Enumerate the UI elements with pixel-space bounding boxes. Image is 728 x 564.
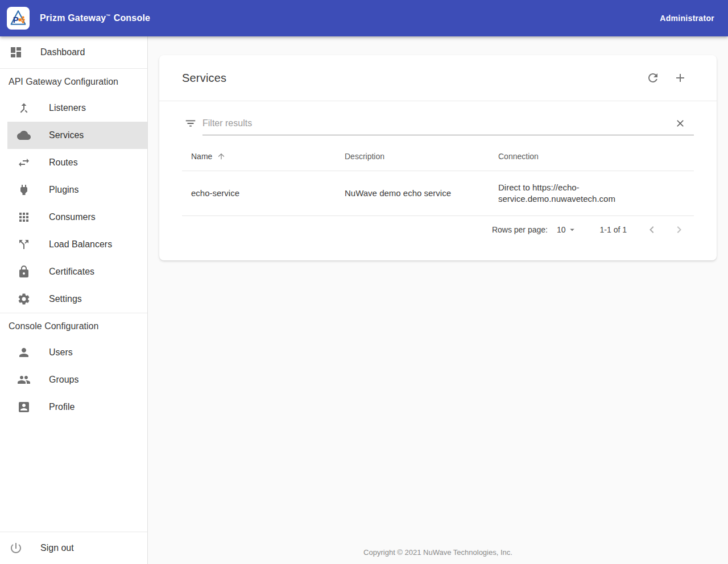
sidebar-item-label: Users (49, 347, 73, 358)
sidebar-item-label: Settings (49, 294, 82, 304)
gear-icon (17, 292, 31, 306)
sidebar-item-services[interactable]: Services (7, 122, 147, 149)
column-header-name[interactable]: Name (182, 142, 336, 171)
current-user-menu[interactable]: Administrator (660, 14, 714, 23)
power-plug-icon (17, 183, 31, 197)
app-title-console: Console (114, 13, 151, 23)
previous-page-button[interactable] (645, 223, 659, 237)
cell-name: echo-service (182, 171, 336, 215)
copyright: Copyright © 2021 NuWave Technologies, In… (148, 548, 728, 557)
dropdown-arrow-icon (567, 225, 577, 235)
refresh-button[interactable] (646, 71, 660, 85)
filter-row (184, 111, 694, 135)
power-icon (9, 541, 23, 555)
sidebar-item-consumers[interactable]: Consumers (0, 204, 147, 231)
section-api-gateway-configuration: API Gateway Configuration (0, 69, 147, 94)
sidebar-item-load-balancers[interactable]: Load Balancers (0, 231, 147, 258)
page-range-label: 1-1 of 1 (600, 225, 627, 234)
call-split-icon (17, 238, 31, 251)
dashboard-icon (9, 45, 23, 59)
table-row[interactable]: echo-service NuWave demo echo service Di… (182, 171, 694, 216)
sidebar-item-plugins[interactable]: Plugins (0, 176, 147, 204)
sidebar-item-label: Listeners (49, 103, 86, 113)
column-header-connection[interactable]: Connection (489, 142, 694, 171)
next-page-button[interactable] (672, 223, 686, 237)
rows-per-page-label: Rows per page: (492, 225, 548, 234)
table-header-row: Name Description Connection (182, 142, 694, 171)
sidebar-item-label: Groups (49, 375, 78, 385)
app-title-brand: Prizm Gateway (40, 13, 106, 23)
main-content: Services (148, 36, 728, 564)
services-table: Name Description Connection echo-service… (182, 142, 694, 216)
sidebar-item-certificates[interactable]: Certificates (0, 258, 147, 285)
chevron-right-icon (672, 223, 686, 237)
connection-text: Direct to https://echo-service.demo.nuwa… (498, 182, 635, 205)
sidebar-item-users[interactable]: Users (0, 339, 147, 366)
chevron-left-icon (645, 223, 659, 237)
plus-icon (673, 71, 687, 85)
sort-ascending-icon (217, 152, 226, 161)
section-console-configuration: Console Configuration (0, 313, 147, 339)
sidebar-item-label: Certificates (49, 267, 94, 277)
card-header: Services (159, 55, 717, 101)
column-header-description[interactable]: Description (336, 142, 489, 171)
sidebar-item-label: Services (49, 130, 84, 140)
app-title: Prizm Gateway™Console (40, 13, 150, 23)
sign-out-button[interactable]: Sign out (0, 532, 147, 564)
sidebar-item-profile[interactable]: Profile (0, 393, 147, 421)
sidebar-item-label: Plugins (49, 185, 78, 195)
sidebar-item-groups[interactable]: Groups (0, 366, 147, 393)
sidebar-item-label: Profile (49, 402, 75, 412)
app-header: P Prizm Gateway™Console Administrator (0, 0, 728, 36)
sidebar-item-settings[interactable]: Settings (0, 285, 147, 313)
rows-per-page-value: 10 (557, 225, 566, 234)
sign-out-label: Sign out (40, 543, 74, 553)
clear-filter-button[interactable] (675, 118, 686, 129)
lock-icon (17, 265, 31, 279)
account-box-icon (17, 400, 31, 414)
swap-arrows-icon (17, 156, 31, 169)
apps-grid-icon (17, 210, 31, 224)
services-card: Services (159, 55, 717, 260)
cell-connection: Direct to https://echo-service.demo.nuwa… (489, 171, 694, 215)
sidebar-item-listeners[interactable]: Listeners (0, 94, 147, 122)
sidebar-item-label: Consumers (49, 212, 96, 222)
rows-per-page-select[interactable]: 10 (557, 225, 577, 235)
sidebar-item-label: Routes (49, 157, 78, 168)
people-icon (17, 373, 31, 387)
filter-input[interactable] (202, 118, 675, 128)
prizm-logo-icon: P (7, 7, 30, 30)
filter-list-icon (184, 117, 197, 130)
page-title: Services (182, 72, 226, 85)
refresh-icon (646, 71, 660, 85)
sidebar-item-label: Dashboard (40, 47, 85, 57)
sidebar-item-routes[interactable]: Routes (0, 149, 147, 176)
sidebar-item-dashboard[interactable]: Dashboard (0, 36, 147, 68)
sidebar: Dashboard API Gateway Configuration List… (0, 36, 148, 564)
person-icon (17, 346, 31, 359)
call-merge-icon (17, 101, 31, 115)
sidebar-item-label: Load Balancers (49, 239, 112, 250)
trademark-symbol: ™ (106, 14, 110, 19)
pagination: Rows per page: 10 1-1 of 1 (159, 216, 717, 243)
column-header-label: Name (191, 152, 212, 161)
cloud-icon (17, 128, 31, 142)
svg-text:P: P (13, 15, 19, 24)
close-icon (675, 118, 686, 129)
cell-description: NuWave demo echo service (336, 171, 489, 215)
card-divider (159, 101, 717, 101)
filter-field (202, 111, 694, 135)
add-service-button[interactable] (673, 71, 687, 85)
